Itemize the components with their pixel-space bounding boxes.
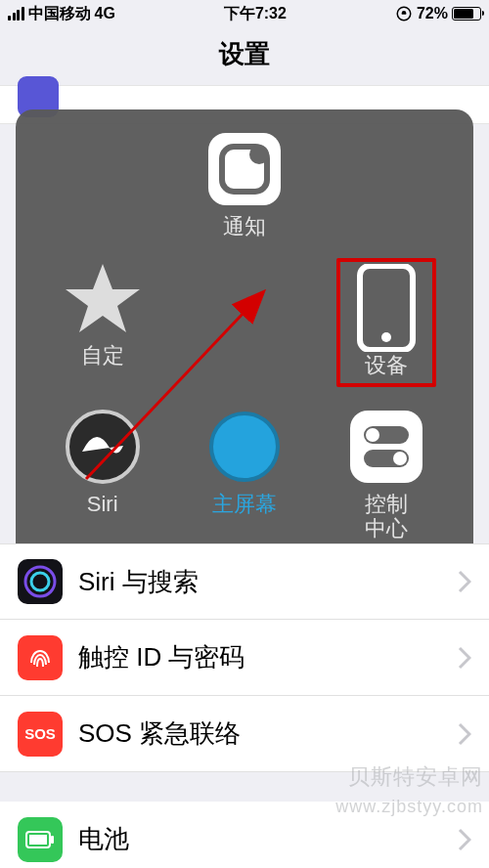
row-sos-label: SOS 紧急联络 [78, 716, 458, 751]
menu-device-label: 设备 [365, 354, 408, 377]
network: 4G [95, 5, 115, 22]
svg-point-3 [249, 145, 269, 164]
menu-control-center-label: 控制 中心 [365, 493, 408, 540]
menu-siri-label: Siri [87, 493, 118, 516]
status-bar: 中国移动 4G 下午7:32 72% [0, 0, 489, 27]
menu-custom-label: 自定 [81, 344, 124, 368]
chevron-right-icon [458, 646, 471, 670]
chevron-right-icon [458, 722, 471, 746]
status-time: 下午7:32 [224, 4, 287, 24]
menu-siri[interactable]: Siri [63, 407, 143, 540]
siri-app-icon [18, 559, 63, 604]
battery-pct: 72% [417, 5, 448, 22]
sos-icon: SOS [18, 712, 63, 757]
chevron-right-icon [458, 828, 471, 851]
svg-marker-4 [66, 264, 140, 332]
device-icon [346, 268, 426, 348]
settings-list: Siri 与搜索 触控 ID 与密码 SOS SOS 紧急联络 电池 [0, 543, 489, 868]
watermark-text: 贝斯特安卓网 [348, 762, 483, 792]
battery-icon [452, 7, 481, 21]
page-title: 设置 [0, 27, 489, 85]
home-icon [204, 407, 285, 487]
carrier: 中国移动 [28, 4, 91, 24]
watermark-url: www.zjbstyy.com [335, 797, 483, 817]
chevron-right-icon [458, 570, 471, 593]
status-right: 72% [395, 5, 481, 22]
notification-icon [204, 129, 285, 209]
row-siri-search[interactable]: Siri 与搜索 [0, 543, 489, 620]
menu-notification[interactable]: 通知 [204, 129, 285, 239]
svg-rect-11 [350, 411, 422, 483]
row-sos[interactable]: SOS SOS 紧急联络 [0, 696, 489, 772]
touchid-icon [18, 635, 63, 680]
svg-rect-20 [51, 836, 54, 844]
row-touchid-label: 触控 ID 与密码 [78, 640, 458, 674]
menu-home-label: 主屏幕 [212, 493, 277, 516]
menu-custom[interactable]: 自定 [63, 258, 143, 387]
star-icon [63, 258, 143, 338]
menu-device[interactable]: 设备 [336, 258, 436, 387]
svg-point-15 [393, 452, 407, 465]
assistive-touch-menu: 通知 自定 设备 Siri 主屏幕 控制 中心 [16, 109, 473, 566]
control-center-icon [346, 407, 426, 487]
lock-rotation-icon [395, 5, 413, 22]
status-left: 中国移动 4G [8, 4, 115, 24]
row-siri-search-label: Siri 与搜索 [78, 565, 458, 599]
battery-app-icon [18, 817, 63, 862]
row-touchid[interactable]: 触控 ID 与密码 [0, 620, 489, 696]
svg-point-18 [31, 573, 49, 590]
siri-icon [63, 407, 143, 487]
row-battery-label: 电池 [78, 822, 458, 856]
signal-icon [8, 7, 24, 21]
menu-control-center[interactable]: 控制 中心 [346, 407, 426, 540]
svg-point-6 [381, 332, 391, 342]
svg-point-13 [366, 428, 379, 442]
svg-rect-21 [29, 835, 47, 845]
menu-home[interactable]: 主屏幕 [204, 407, 285, 540]
menu-notification-label: 通知 [223, 215, 266, 239]
